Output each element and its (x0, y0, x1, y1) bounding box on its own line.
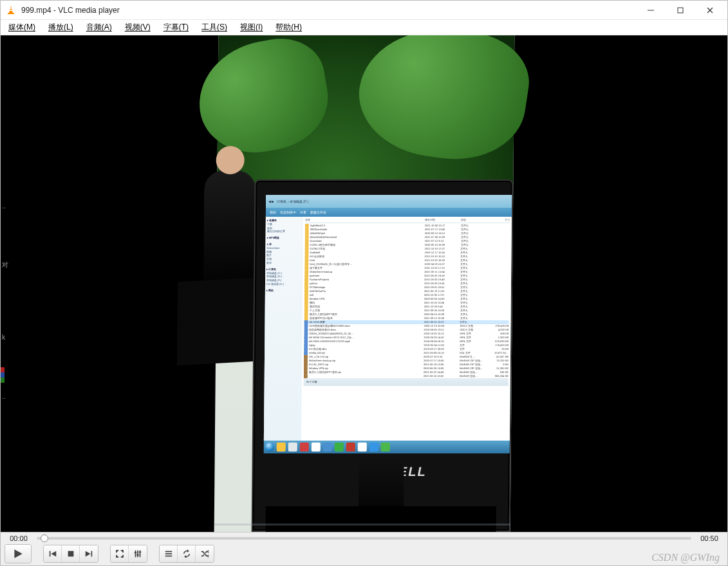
svg-rect-4 (648, 10, 654, 10)
svg-rect-9 (49, 551, 50, 557)
taskbar-app-icon (311, 443, 320, 452)
svg-rect-3 (9, 10, 12, 11)
left-edge-artifacts: .. 对 k .. (1, 35, 10, 532)
minimize-button[interactable] (636, 1, 666, 20)
extended-settings-button[interactable] (129, 545, 147, 562)
playlist-button[interactable] (160, 545, 178, 562)
svg-rect-5 (678, 8, 683, 13)
explorer-toolbar: 组织 包含到库中 共享 新建文件夹 (265, 208, 511, 217)
menu-view[interactable]: 视图(I) (234, 19, 269, 35)
next-button[interactable] (80, 545, 98, 562)
explorer-filelist: 名称 修改日期 类型 大小 AgileBack3.22021-10-08 10:… (301, 217, 511, 441)
controls-panel: 00:00 00:50 (1, 532, 727, 565)
titlebar[interactable]: 999.mp4 - VLC media player (1, 1, 727, 20)
monitor-base (265, 506, 496, 532)
shuffle-button[interactable] (196, 545, 214, 562)
menu-subtitle[interactable]: 字幕(T) (157, 19, 195, 35)
svg-rect-21 (165, 553, 172, 554)
svg-rect-19 (139, 552, 142, 553)
svg-rect-1 (8, 13, 14, 14)
taskbar-ie-icon (322, 443, 331, 452)
svg-rect-16 (140, 551, 141, 558)
menu-media[interactable]: 媒体(M) (2, 19, 42, 35)
watermark-text: CSDN @GWIng (651, 552, 720, 563)
elapsed-time: 00:00 (5, 534, 33, 542)
svg-rect-2 (10, 8, 12, 9)
start-orb-icon (265, 443, 274, 452)
seek-slider[interactable] (37, 534, 691, 543)
svg-marker-0 (9, 6, 13, 13)
menubar: 媒体(M) 播放(L) 音频(A) 视频(V) 字幕(T) 工具(S) 视图(I… (1, 20, 727, 35)
svg-rect-13 (91, 551, 93, 557)
svg-rect-11 (68, 551, 73, 557)
svg-rect-14 (135, 551, 136, 558)
taskbar-app-icon (357, 443, 366, 452)
taskbar-app-icon (299, 443, 308, 452)
explorer-path: 计算机 › 本地磁盘 (F:) (277, 199, 308, 203)
loop-button[interactable] (178, 545, 196, 562)
svg-rect-22 (165, 556, 172, 557)
explorer-navpane: ▸ 收藏夹 下载 桌面 最近访问的位置▸ MPS网盘▸ 库 Subversion… (263, 217, 303, 441)
maximize-button[interactable] (666, 1, 695, 20)
close-button[interactable] (695, 1, 725, 20)
taskbar-app-icon (346, 443, 355, 452)
taskbar-explorer-icon (276, 443, 285, 452)
monitor-screen: ◀ ▶ 计算机 › 本地磁盘 (F:) 组织 包含到库中 共享 新建文件夹 ▸ … (263, 195, 511, 441)
menu-help[interactable]: 帮助(H) (269, 19, 308, 35)
taskbar-app-icon (369, 443, 378, 452)
menu-audio[interactable]: 音频(A) (80, 19, 118, 35)
total-time: 00:50 (695, 534, 723, 542)
previous-button[interactable] (44, 545, 62, 562)
fullscreen-button[interactable] (111, 545, 129, 562)
video-area[interactable]: .. 对 k .. ◀ ▶ 计算机 › 本地磁盘 (F:) 组织 (1, 35, 727, 532)
explorer-titlebar: ◀ ▶ 计算机 › 本地磁盘 (F:) (266, 195, 512, 208)
menu-tools[interactable]: 工具(S) (195, 19, 234, 35)
taskbar-app-icon (288, 443, 297, 452)
svg-marker-10 (51, 551, 56, 557)
svg-marker-12 (86, 551, 91, 557)
svg-rect-18 (136, 554, 139, 556)
svg-rect-17 (135, 552, 137, 553)
svg-marker-8 (14, 549, 22, 558)
seek-knob[interactable] (41, 534, 48, 542)
windows-taskbar (263, 441, 509, 453)
stop-button[interactable] (62, 545, 80, 562)
menu-playback[interactable]: 播放(L) (42, 19, 80, 35)
vlc-main-window: 999.mp4 - VLC media player 媒体(M) 播放(L) 音… (0, 0, 728, 566)
svg-rect-20 (165, 551, 172, 552)
taskbar-app-icon (380, 443, 389, 452)
vlc-cone-icon (6, 5, 16, 15)
window-title: 999.mp4 - VLC media player (21, 6, 120, 15)
svg-rect-15 (137, 551, 138, 558)
menu-video[interactable]: 视频(V) (118, 19, 157, 35)
play-button[interactable] (5, 545, 31, 563)
video-frame-content: ◀ ▶ 计算机 › 本地磁盘 (F:) 组织 包含到库中 共享 新建文件夹 ▸ … (214, 35, 514, 532)
monitor-bezel: ◀ ▶ 计算机 › 本地磁盘 (F:) 组织 包含到库中 共享 新建文件夹 ▸ … (251, 179, 513, 532)
other-monitor (176, 278, 254, 365)
desk-edge (214, 524, 510, 525)
taskbar-app-icon (334, 443, 343, 452)
explorer-status: 36 个对象 (303, 378, 508, 386)
